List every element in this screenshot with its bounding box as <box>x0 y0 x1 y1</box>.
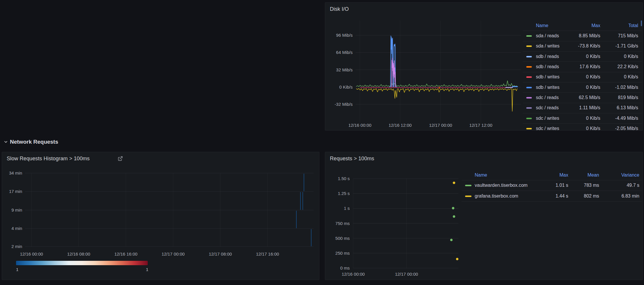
legend-header-name[interactable]: Name <box>475 172 487 178</box>
legend-row[interactable]: sda / writes-73.8 Kib/s-1.71 Gib/s <box>523 43 642 49</box>
legend-row[interactable]: sdc / writes0 Kib/s-4.49 Mib/s <box>523 115 642 122</box>
series-color-swatch <box>526 87 532 88</box>
legend-cell-name: grafana.tiserbox.com <box>475 193 518 199</box>
y-axis-tick-label: -32 Mib/s <box>335 102 353 107</box>
series-color-swatch <box>526 35 532 37</box>
x-axis-tick-label: 12/17 08:00 <box>209 251 232 256</box>
legend-cell-total: 0 Kib/s <box>603 74 638 80</box>
legend-cell-max: 1.44 s <box>533 193 568 199</box>
x-axis-tick-label: 12/17 16:00 <box>256 251 279 256</box>
legend-cell-mean: 802 ms <box>570 193 599 199</box>
color-scale-max: 1 <box>145 267 148 272</box>
legend-row[interactable]: vaultwarden.tiserbox.com1.01 s783 ms49.7… <box>462 182 642 189</box>
requests-legend: NameMaxMeanVariancevaultwarden.tiserbox.… <box>462 170 642 207</box>
y-axis-tick-label: 9 min <box>11 207 22 212</box>
legend-cell-total: 6.13 Mib/s <box>603 105 638 111</box>
legend-cell-name: sdb / reads <box>536 64 559 70</box>
x-axis-tick-label: 12/16 00:00 <box>348 123 371 128</box>
y-axis-tick-label: 0 Kib/s <box>339 85 353 89</box>
legend-row[interactable]: sdb / reads17.6 Kib/s22.2 Kib/s <box>523 64 642 70</box>
legend-header-max[interactable]: Max <box>533 172 568 178</box>
legend-cell-total: -2.05 Mib/s <box>603 125 638 130</box>
series-color-swatch <box>526 56 532 57</box>
legend-cell-max: -73.8 Kib/s <box>561 43 600 49</box>
histogram-bar[interactable] <box>311 229 312 246</box>
legend-header-max[interactable]: Max <box>561 22 600 29</box>
color-scale-gradient <box>16 261 148 265</box>
scatter-point[interactable] <box>456 258 458 260</box>
histogram-bar[interactable] <box>302 192 303 210</box>
scatter-point[interactable] <box>450 239 453 241</box>
legend-cell-variance: 49.7 s <box>601 182 639 189</box>
legend-row[interactable]: sdb / reads0 Kib/s0 Kib/s <box>523 53 642 60</box>
legend-cell-total: 0 Kib/s <box>603 53 638 60</box>
legend-cell-max: 62.5 Mib/s <box>561 94 600 101</box>
x-axis-tick-label: 12/16 00:00 <box>342 272 365 277</box>
histogram-bar[interactable] <box>300 192 301 210</box>
legend-cell-name: sda / reads <box>536 33 559 39</box>
legend-cell-mean: 783 ms <box>570 182 599 189</box>
legend-header-mean[interactable]: Mean <box>570 172 599 178</box>
legend-row[interactable]: sda / reads8.85 Mib/s715 Mib/s <box>523 33 642 39</box>
y-axis-tick-label: 17 min <box>9 189 22 194</box>
legend-cell-max: 17.6 Kib/s <box>561 64 600 70</box>
legend-cell-max: 0 Kib/s <box>561 74 600 80</box>
series-sda-writes <box>356 89 517 112</box>
legend-cell-total: 22.2 Kib/s <box>603 64 638 70</box>
y-axis-tick-label: 4 min <box>11 226 22 231</box>
y-axis-tick-label: 34 min <box>9 170 22 175</box>
panel-title-slow-requests[interactable]: Slow Requests Histogram > 100ms <box>7 156 90 162</box>
scatter-point[interactable] <box>452 207 454 209</box>
legend-row[interactable]: sdc / reads62.5 Mib/s819 Mib/s <box>523 94 642 101</box>
x-axis-tick-label: 12/16 00:00 <box>20 251 43 256</box>
series-color-swatch <box>526 107 532 109</box>
series-color-swatch <box>526 128 532 129</box>
y-axis-tick-label: 250 ms <box>335 251 350 256</box>
legend-header-total[interactable]: Total <box>603 22 638 29</box>
legend-cell-total: -4.49 Mib/s <box>603 115 638 122</box>
y-axis-tick-label: 2 min <box>11 244 22 249</box>
legend-row[interactable]: sdb / writes0 Kib/s-1.02 Mib/s <box>523 84 642 91</box>
scatter-point[interactable] <box>453 215 455 218</box>
external-link-icon[interactable] <box>117 156 123 161</box>
legend-row[interactable]: sdc / reads1.11 Mib/s6.13 Mib/s <box>523 105 642 111</box>
legend-cell-max: 8.85 Mib/s <box>561 33 600 39</box>
legend-header-name[interactable]: Name <box>536 22 548 29</box>
panel-requests: 1.50 s1.25 s1 s750 ms500 ms250 ms0 ms12/… <box>325 152 643 280</box>
scatter-point[interactable] <box>453 182 455 184</box>
legend-header-variance[interactable]: Variance <box>601 172 639 178</box>
legend-cell-name: sdc / reads <box>536 94 559 101</box>
histogram-bar[interactable] <box>304 174 304 191</box>
x-axis-tick-label: 12/16 12:00 <box>388 123 411 128</box>
section-row-network-requests[interactable]: Network Requests <box>3 139 58 145</box>
series-color-swatch <box>526 76 532 78</box>
panel-disk-io: 96 Mib/s64 Mib/s32 Mib/s0 Kib/s-32 Mib/s… <box>325 2 643 131</box>
legend-row[interactable]: sdc / writes0 Kib/s-2.05 Mib/s <box>523 125 642 130</box>
legend-cell-total: -1.02 Mib/s <box>603 84 638 91</box>
legend-cell-max: 0 Kib/s <box>561 84 600 91</box>
y-axis-tick-label: 0 ms <box>340 265 350 270</box>
histogram-bar[interactable] <box>296 211 297 228</box>
x-axis-tick-label: 12/17 00:00 <box>161 251 184 256</box>
legend-cell-name: sdc / writes <box>536 125 559 130</box>
y-axis-tick-label: 1 s <box>344 206 350 211</box>
legend-cell-total: -1.71 Gib/s <box>603 43 638 49</box>
panel-title-requests[interactable]: Requests > 100ms <box>330 156 374 162</box>
y-axis-tick-label: 96 Mib/s <box>336 33 353 38</box>
series-color-swatch <box>526 97 532 98</box>
legend-cell-total: 715 Mib/s <box>603 33 638 39</box>
legend-cell-name: vaultwarden.tiserbox.com <box>475 182 527 189</box>
x-axis-tick-label: 12/16 16:00 <box>114 251 137 256</box>
legend-row[interactable]: grafana.tiserbox.com1.44 s802 ms6.83 min <box>462 193 642 199</box>
legend-scrollbar-thumb[interactable] <box>641 20 642 26</box>
legend-row[interactable]: sdb / writes0 Kib/s0 Kib/s <box>523 74 642 80</box>
color-scale-min: 1 <box>16 267 18 272</box>
series-color-swatch <box>526 118 532 119</box>
chevron-down-icon <box>3 140 8 144</box>
series-color-swatch <box>526 66 532 68</box>
panel-slow-requests-histogram: 34 min17 min9 min4 min2 min12/16 00:0012… <box>2 152 319 280</box>
panel-title-disk-io[interactable]: Disk I/O <box>330 6 349 12</box>
series-color-swatch <box>465 185 471 186</box>
x-axis-tick-label: 12/17 00:00 <box>395 272 418 277</box>
legend-cell-name: sdc / writes <box>536 115 559 122</box>
